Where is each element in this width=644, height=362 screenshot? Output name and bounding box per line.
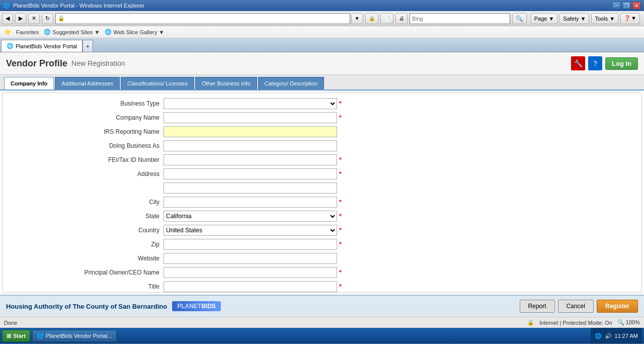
tab-company-info[interactable]: Company Info — [4, 77, 54, 89]
form-container: Business Type * Company Name * IRS Repor… — [2, 93, 642, 293]
company-name-input[interactable] — [164, 112, 337, 123]
register-button[interactable]: Register — [597, 300, 638, 313]
irs-name-input[interactable] — [164, 126, 337, 137]
country-field[interactable]: United States — [164, 225, 337, 236]
feeds-button[interactable]: 📄 — [380, 13, 393, 24]
country-select[interactable]: United States — [164, 225, 337, 236]
restore-button[interactable]: ❐ — [622, 2, 631, 10]
address-input[interactable] — [164, 168, 337, 179]
log-in-button[interactable]: Log In — [605, 57, 638, 70]
report-button[interactable]: Report — [520, 300, 555, 313]
forward-button[interactable]: ▶ — [15, 13, 26, 24]
website-field[interactable] — [164, 253, 337, 264]
print-button[interactable]: 🖨 — [395, 13, 408, 24]
business-type-row: Business Type * — [13, 98, 631, 109]
search-bar[interactable] — [410, 13, 510, 24]
url-input[interactable]: https://www.planetbids.com/portal/portal… — [67, 16, 348, 22]
ceo-name-field[interactable] — [164, 267, 337, 278]
taskbar-right: 🌐 🔊 11:27 AM — [591, 328, 642, 344]
title-field[interactable] — [164, 281, 337, 292]
zip-field[interactable] — [164, 239, 337, 250]
tab-additional-addresses[interactable]: Additional Addresses — [55, 77, 120, 89]
help-icon[interactable]: ? — [588, 56, 602, 70]
fei-input[interactable] — [164, 154, 337, 165]
title-bar: 🌐 PlanetBids Vendor Portal - Windows Int… — [0, 0, 644, 11]
status-bar: Done 🔒 Internet | Protected Mode: On 🔍 1… — [0, 317, 644, 328]
fei-row: FEI/Tax ID Number * — [13, 154, 631, 165]
taskbar-window-label: PlanetBids Vendor Portal... — [46, 333, 112, 339]
address-label: Address — [13, 170, 164, 177]
ceo-name-required: * — [339, 269, 342, 276]
company-name-field[interactable] — [164, 112, 337, 123]
irs-name-field[interactable] — [164, 126, 337, 137]
bottom-bar: Housing Authority of The County of San B… — [0, 295, 644, 317]
zip-input[interactable] — [164, 239, 337, 250]
address-bar[interactable]: 🔒 https://www.planetbids.com/portal/port… — [55, 13, 350, 24]
country-label: Country — [13, 227, 164, 234]
dba-field[interactable] — [164, 140, 337, 151]
minimize-button[interactable]: ─ — [612, 2, 621, 10]
page-header: Vendor Profile New Registration 🔧 ? Log … — [0, 52, 644, 75]
city-row: City * — [13, 197, 631, 208]
agency-name: Housing Authority of The County of San B… — [6, 303, 167, 310]
state-field[interactable]: California — [164, 211, 337, 222]
address-field[interactable] — [164, 168, 337, 179]
state-select[interactable]: California — [164, 211, 337, 222]
favorites-button[interactable]: 🔒 — [365, 13, 378, 24]
cancel-button[interactable]: Cancel — [558, 300, 594, 313]
window-title: PlanetBids Vendor Portal - Windows Inter… — [13, 3, 144, 9]
title-input[interactable] — [164, 281, 337, 292]
page-menu-button[interactable]: Page ▼ — [531, 13, 558, 24]
safety-menu-button[interactable]: Safety ▼ — [559, 13, 589, 24]
tools-menu-button[interactable]: Tools ▼ — [591, 13, 618, 24]
website-input[interactable] — [164, 253, 337, 264]
browser-tab-new[interactable]: + — [83, 40, 93, 52]
fei-field[interactable] — [164, 154, 337, 165]
company-name-required: * — [339, 114, 342, 121]
address2-input[interactable] — [164, 183, 337, 194]
browser-tab-label: PlanetBids Vendor Portal — [16, 43, 77, 49]
fei-label: FEI/Tax ID Number — [13, 156, 164, 163]
bids-text: BIDS — [201, 303, 216, 310]
tools-icon[interactable]: 🔧 — [571, 56, 585, 70]
tab-classifications-licenses[interactable]: Classifications/ Licenses — [121, 77, 194, 89]
help-menu-button[interactable]: ❓▼ — [620, 13, 640, 24]
zip-label: Zip — [13, 241, 164, 248]
close-button[interactable]: ✕ — [632, 2, 641, 10]
business-type-field[interactable] — [164, 98, 337, 109]
planet-text: PLANET — [177, 303, 201, 310]
status-text: Done — [4, 320, 17, 326]
address2-field[interactable] — [164, 183, 337, 194]
tab-other-business-info[interactable]: Other Business Info — [195, 77, 257, 89]
country-row: Country United States * — [13, 225, 631, 236]
zip-required: * — [339, 241, 342, 248]
taskbar-ie-item[interactable]: 🌐 PlanetBids Vendor Portal... — [32, 330, 116, 342]
zoom-level: 🔍 100% — [617, 319, 640, 326]
title-row: Title * — [13, 281, 631, 292]
dba-input[interactable] — [164, 140, 337, 151]
nav-bar: ◀ ▶ ✕ ↻ 🔒 https://www.planetbids.com/por… — [0, 11, 644, 26]
state-row: State California * — [13, 211, 631, 222]
go-button[interactable]: ▼ — [351, 13, 363, 24]
windows-icon: ⊞ — [7, 333, 11, 339]
taskbar: ⊞ Start 🌐 PlanetBids Vendor Portal... 🌐 … — [0, 328, 644, 344]
security-lock-icon: 🔒 — [58, 15, 65, 22]
ceo-name-input[interactable] — [164, 267, 337, 278]
country-required: * — [339, 227, 342, 234]
address-required: * — [339, 170, 342, 177]
refresh-button[interactable]: ↻ — [42, 13, 53, 24]
web-slice-link[interactable]: 🌐 Web Slice Gallery ▼ — [105, 29, 164, 35]
stop-button[interactable]: ✕ — [28, 13, 40, 24]
suggested-sites-link[interactable]: 🌐 Suggested Sites ▼ — [44, 29, 100, 35]
browser-tab-planetbids[interactable]: 🌐 PlanetBids Vendor Portal — [1, 40, 83, 52]
search-input[interactable] — [412, 16, 508, 22]
tab-category-description[interactable]: Category/ Description — [258, 77, 325, 89]
city-input[interactable] — [164, 197, 337, 208]
back-button[interactable]: ◀ — [2, 13, 13, 24]
business-type-select[interactable] — [164, 98, 337, 109]
favorites-label[interactable]: Favorites — [16, 29, 39, 35]
city-field[interactable] — [164, 197, 337, 208]
start-button[interactable]: ⊞ Start — [2, 330, 30, 342]
city-required: * — [339, 199, 342, 206]
search-button[interactable]: 🔍 — [512, 13, 527, 24]
